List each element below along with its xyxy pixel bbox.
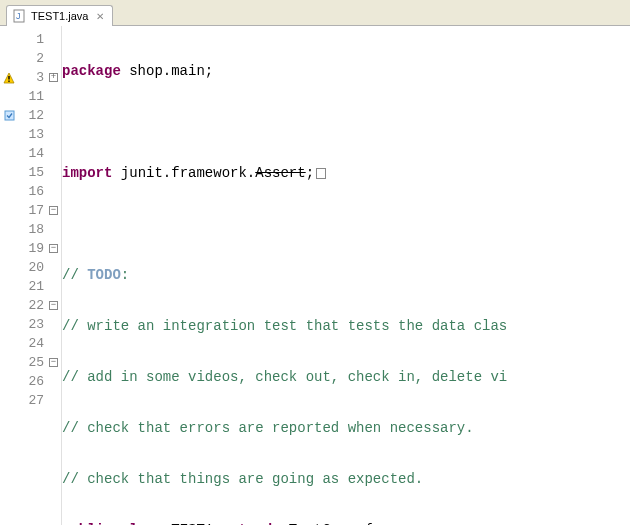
line-number: 11 — [18, 87, 48, 106]
line-number: 13 — [18, 125, 48, 144]
line-number: 3 — [18, 68, 48, 87]
line-number: 26 — [18, 372, 48, 391]
line-number-gutter: 1 2 3 11 12 13 14 15 16 17 18 19 20 21 2… — [18, 26, 48, 525]
line-number: 16 — [18, 182, 48, 201]
line-number: 20 — [18, 258, 48, 277]
editor-tab-bar: J TEST1.java ✕ — [0, 0, 630, 26]
fold-collapse-icon[interactable]: − — [49, 301, 58, 310]
svg-rect-5 — [5, 111, 14, 120]
close-icon[interactable]: ✕ — [96, 11, 104, 22]
line-number: 14 — [18, 144, 48, 163]
code-line: // write an integration test that tests … — [62, 317, 630, 336]
code-area[interactable]: package shop.main; import junit.framewor… — [62, 26, 630, 525]
line-number: 19 — [18, 239, 48, 258]
annotation-gutter — [0, 26, 18, 525]
fold-expand-icon[interactable]: + — [49, 73, 58, 82]
line-number: 23 — [18, 315, 48, 334]
fold-collapse-icon[interactable]: − — [49, 244, 58, 253]
line-number: 12 — [18, 106, 48, 125]
code-line: // TODO: — [62, 266, 630, 285]
fold-collapse-icon[interactable]: − — [49, 358, 58, 367]
line-number: 21 — [18, 277, 48, 296]
code-line: // add in some videos, check out, check … — [62, 368, 630, 387]
folded-import-box[interactable] — [316, 168, 326, 179]
line-number: 22 — [18, 296, 48, 315]
code-line: import junit.framework.Assert; — [62, 164, 630, 183]
code-line: // check that things are going as expect… — [62, 470, 630, 489]
line-number: 1 — [18, 30, 48, 49]
line-number: 25 — [18, 353, 48, 372]
code-line — [62, 113, 630, 132]
code-line: // check that errors are reported when n… — [62, 419, 630, 438]
tab-label: TEST1.java — [31, 10, 88, 22]
warning-icon — [0, 68, 18, 87]
java-file-icon: J — [13, 9, 27, 23]
line-number: 2 — [18, 49, 48, 68]
code-editor[interactable]: 1 2 3 11 12 13 14 15 16 17 18 19 20 21 2… — [0, 26, 630, 525]
task-icon — [0, 106, 18, 125]
fold-collapse-icon[interactable]: − — [49, 206, 58, 215]
code-line — [62, 215, 630, 234]
line-number: 27 — [18, 391, 48, 410]
svg-text:J: J — [16, 11, 21, 21]
line-number: 17 — [18, 201, 48, 220]
line-number: 18 — [18, 220, 48, 239]
code-line: package shop.main; — [62, 62, 630, 81]
editor-tab[interactable]: J TEST1.java ✕ — [6, 5, 113, 26]
fold-gutter: + − − − − — [48, 26, 62, 525]
line-number: 15 — [18, 163, 48, 182]
svg-rect-3 — [8, 76, 9, 80]
line-number: 24 — [18, 334, 48, 353]
svg-rect-4 — [8, 80, 9, 81]
code-line: public class TEST1 extends TestCase { — [62, 521, 630, 525]
